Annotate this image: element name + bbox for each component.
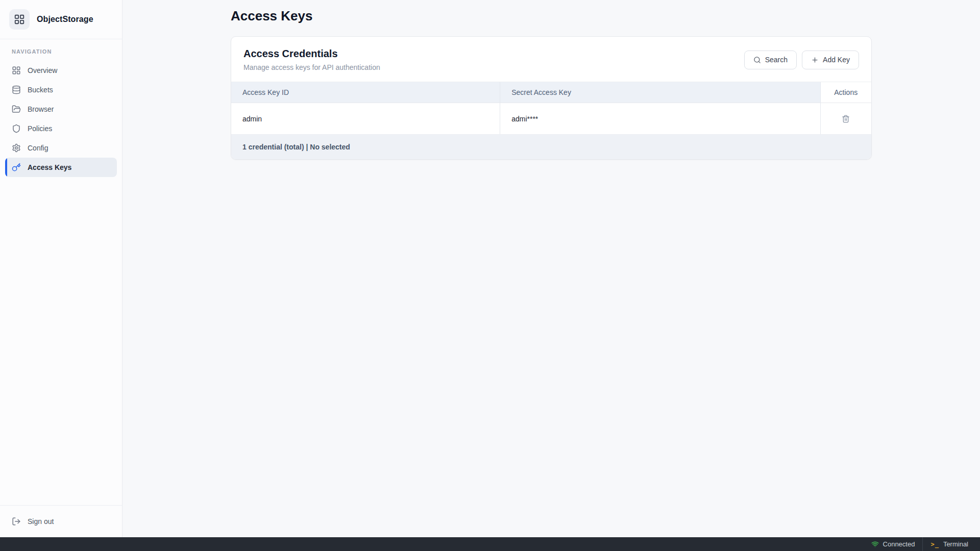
sidebar-item-label: Access Keys [28,163,71,171]
sidebar-item-buckets[interactable]: Buckets [5,80,117,99]
page-title: Access Keys [231,8,872,24]
connection-status: Connected [864,537,923,551]
connection-status-label: Connected [883,540,915,548]
shield-icon [12,124,21,133]
sidebar-item-label: Policies [28,124,52,133]
active-indicator [5,158,7,177]
search-icon [753,56,761,64]
grid-icon [14,14,25,25]
table-summary: 1 credential (total) | No selected [231,135,871,159]
add-key-button-label: Add Key [823,56,850,64]
terminal-icon: >_ [930,541,939,548]
sign-out-section: Sign out [0,505,122,537]
app-title: ObjectStorage [37,15,93,24]
key-icon [12,163,21,172]
logout-icon [12,517,21,526]
app-logo-icon [9,9,30,30]
column-header-secret-access-key: Secret Access Key [500,82,820,103]
card-title: Access Credentials [243,48,380,60]
column-header-access-key-id: Access Key ID [231,82,500,103]
sign-out-label: Sign out [28,517,54,525]
sidebar-item-label: Config [28,144,48,152]
folder-open-icon [12,105,21,114]
access-credentials-card: Access Credentials Manage access keys fo… [231,36,872,160]
main-content: Access Keys Access Credentials Manage ac… [122,0,980,537]
app-logo: ObjectStorage [0,0,122,39]
gear-icon [12,143,21,153]
sidebar-item-label: Buckets [28,86,53,94]
table-header-row: Access Key ID Secret Access Key Actions [231,82,871,103]
card-subtitle: Manage access keys for API authenticatio… [243,63,380,71]
column-header-actions: Actions [820,82,871,103]
dashboard-icon [12,66,21,75]
terminal-toggle[interactable]: >_ Terminal [922,537,976,551]
search-button[interactable]: Search [744,51,797,69]
sidebar-item-label: Overview [28,66,57,74]
terminal-label: Terminal [943,540,968,548]
search-button-label: Search [765,56,788,64]
sidebar-item-config[interactable]: Config [5,138,117,158]
database-icon [12,85,21,94]
trash-icon [842,115,850,123]
sign-out-button[interactable]: Sign out [5,512,117,531]
card-heading: Access Credentials Manage access keys fo… [243,48,380,71]
sidebar: ObjectStorage NAVIGATION Overview [0,0,122,537]
table-row[interactable]: admin admi**** [231,103,871,135]
delete-key-button[interactable] [838,111,853,127]
secret-access-key-cell: admi**** [500,103,820,135]
nav-section-label: NAVIGATION [12,48,117,55]
sidebar-item-overview[interactable]: Overview [5,61,117,80]
status-bar: Connected >_ Terminal [0,537,980,551]
sidebar-item-access-keys[interactable]: Access Keys [5,158,117,177]
credentials-table: Access Key ID Secret Access Key Actions … [231,82,871,135]
plus-icon [811,56,819,64]
app-screen: ObjectStorage NAVIGATION Overview [0,0,980,551]
sidebar-item-label: Browser [28,105,54,113]
wifi-icon [871,540,879,548]
add-key-button[interactable]: Add Key [802,51,859,69]
sidebar-item-policies[interactable]: Policies [5,119,117,138]
sidebar-item-browser[interactable]: Browser [5,99,117,119]
sidebar-nav: NAVIGATION Overview [0,39,122,177]
access-key-id-cell: admin [231,103,500,135]
